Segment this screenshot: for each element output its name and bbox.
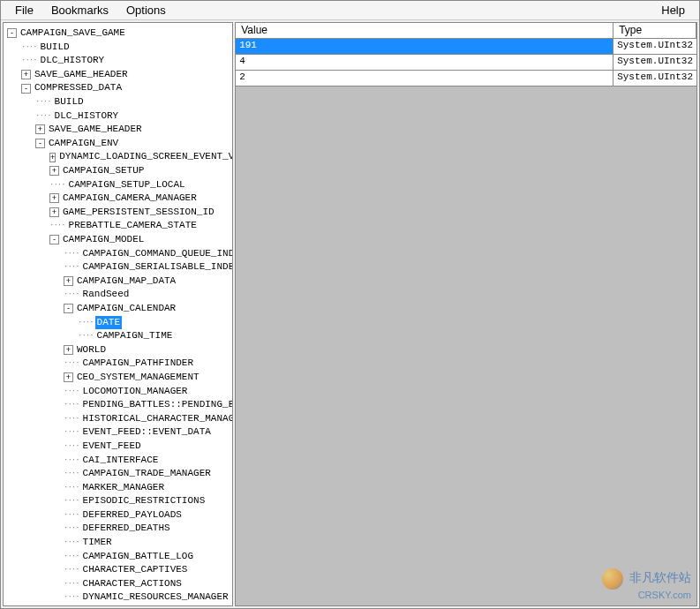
tree-node[interactable]: -COMPRESSED_DATA bbox=[4, 81, 232, 95]
collapse-icon[interactable]: - bbox=[21, 84, 31, 94]
tree-node[interactable]: +CAMPAIGN_MAP_DATA bbox=[4, 274, 232, 289]
tree-node-label[interactable]: CAMPAIGN_SETUP_LOCAL bbox=[67, 178, 187, 192]
tree-node-label[interactable]: MARKER_MANAGER bbox=[81, 481, 166, 494]
tree-node[interactable]: ····DEFERRED_PAYLOADS bbox=[4, 508, 232, 523]
tree-node-label[interactable]: SAVE_GAME_HEADER bbox=[47, 123, 144, 136]
tree-node-label[interactable]: DEFERRED_PAYLOADS bbox=[81, 508, 184, 522]
tree-node[interactable]: ····EVENT_FEED bbox=[4, 440, 232, 454]
expand-icon[interactable]: + bbox=[64, 345, 73, 355]
tree-node[interactable]: ····CAMPAIGN_TIME bbox=[4, 329, 232, 343]
tree-node-label[interactable]: CAMPAIGN_COMMAND_QUEUE_INDU bbox=[81, 247, 234, 260]
tree-node-label[interactable]: CAMPAIGN_SAVE_GAME bbox=[19, 26, 127, 40]
tree-node-label[interactable]: DLC_HISTORY bbox=[39, 54, 107, 67]
collapse-icon[interactable]: - bbox=[49, 235, 59, 244]
expand-icon[interactable]: + bbox=[49, 193, 59, 203]
cell-value[interactable]: 2 bbox=[236, 71, 613, 86]
tree-node[interactable]: ····LOCOMOTION_MANAGER bbox=[4, 384, 232, 398]
tree-node[interactable]: ····DLC_HISTORY bbox=[4, 54, 232, 68]
tree-node-label[interactable]: EVENT_FEED bbox=[81, 440, 143, 453]
tree-node[interactable]: ····CAMPAIGN_TRADE_MANAGER bbox=[4, 467, 232, 481]
expand-icon[interactable]: + bbox=[49, 166, 59, 176]
tree-node-label[interactable]: DYNAMIC_RESOURCES_MANAGER bbox=[81, 590, 230, 604]
tree-node-label[interactable]: CHARACTER_CAPTIVES bbox=[81, 563, 190, 576]
tree-node-label[interactable]: COMPRESSED_DATA bbox=[33, 81, 124, 94]
expand-icon[interactable]: + bbox=[21, 70, 31, 79]
tree-node[interactable]: -CAMPAIGN_CALENDAR bbox=[4, 302, 232, 316]
table-row[interactable]: 191System.UInt32 bbox=[236, 39, 696, 55]
tree-node[interactable]: ····PENDING_BATTLES::PENDING_BA bbox=[4, 398, 232, 412]
tree-node[interactable]: +WORLD bbox=[4, 343, 232, 357]
tree-node-label[interactable]: EPISODIC_RESTRICTIONS bbox=[81, 494, 207, 508]
tree-node[interactable]: +DYNAMIC_LOADING_SCREEN_EVENT_V bbox=[4, 150, 232, 164]
tree-node[interactable]: -CAMPAIGN_ENV bbox=[4, 137, 232, 151]
collapse-icon[interactable]: - bbox=[35, 139, 45, 148]
tree-node[interactable]: ····EVENT_FEED::EVENT_DATA bbox=[4, 425, 232, 440]
expand-icon[interactable]: + bbox=[49, 153, 56, 162]
tree-node-label[interactable]: TIMER bbox=[81, 536, 114, 549]
tree-node-label[interactable]: CAMPAIGN_ENV bbox=[47, 137, 120, 150]
tree-node-label[interactable]: CAMPAIGN_TIME bbox=[95, 329, 175, 342]
tree-node-label[interactable]: PREBATTLE_CAMERA_STATE bbox=[67, 219, 199, 232]
expand-icon[interactable]: + bbox=[64, 276, 73, 286]
tree-node[interactable]: ····BUILD bbox=[4, 41, 232, 55]
tree-node-label[interactable]: CAMPAIGN_BATTLE_LOG bbox=[81, 550, 195, 563]
tree-node-label[interactable]: EVENT_FEED::EVENT_DATA bbox=[81, 425, 213, 439]
column-header-value[interactable]: Value bbox=[236, 23, 613, 38]
tree-panel[interactable]: -CAMPAIGN_SAVE_GAME····BUILD····DLC_HIST… bbox=[3, 22, 233, 606]
tree-node[interactable]: +CAMPAIGN_CAMERA_MANAGER bbox=[4, 192, 232, 206]
tree-node-label[interactable]: GAME_PERSISTENT_SESSION_ID bbox=[61, 206, 216, 219]
tree-node-label[interactable]: DEFERRED_DEATHS bbox=[81, 522, 172, 535]
tree-node[interactable]: ····CAI_INTERFACE bbox=[4, 453, 232, 467]
tree-node[interactable]: ····DLC_HISTORY bbox=[4, 109, 232, 124]
tree-node-label[interactable]: CEO_SYSTEM_MANAGEMENT bbox=[75, 371, 201, 384]
tree-node-label[interactable]: BUILD bbox=[53, 95, 86, 109]
column-header-type[interactable]: Type bbox=[613, 23, 696, 38]
tree-node-label[interactable]: CHARACTER_ACTIONS bbox=[81, 577, 184, 590]
tree-node[interactable]: ····RandSeed bbox=[4, 288, 232, 302]
tree-node[interactable]: ····CHARACTER_CAPTIVES bbox=[4, 563, 232, 577]
tree-node[interactable]: ····CAMPAIGN_SETUP_LOCAL bbox=[4, 178, 232, 192]
menu-help[interactable]: Help bbox=[652, 2, 694, 19]
tree-node-label[interactable]: CAMPAIGN_PATHFINDER bbox=[81, 357, 195, 370]
tree-node[interactable]: +CAMPAIGN_SETUP bbox=[4, 164, 232, 178]
tree-node[interactable]: ····LOADING_SCREEN_SPEECH_FRAGM bbox=[4, 605, 232, 606]
tree-node-label[interactable]: CAMPAIGN_SERIALISABLE_INDEX bbox=[81, 260, 234, 274]
tree-node-label[interactable]: CAMPAIGN_MAP_DATA bbox=[75, 274, 177, 288]
tree-node-label[interactable]: CAI_INTERFACE bbox=[81, 454, 161, 467]
tree-node-label[interactable]: DYNAMIC_LOADING_SCREEN_EVENT_V bbox=[57, 150, 233, 163]
tree-node-label[interactable]: PENDING_BATTLES::PENDING_BA bbox=[81, 398, 234, 411]
tree-node-label[interactable]: HISTORICAL_CHARACTER_MANAGE bbox=[81, 412, 234, 425]
tree-node[interactable]: ····BUILD bbox=[4, 95, 232, 109]
expand-icon[interactable]: + bbox=[49, 207, 59, 217]
tree-node[interactable]: ····EPISODIC_RESTRICTIONS bbox=[4, 494, 232, 508]
tree-node[interactable]: ····PREBATTLE_CAMERA_STATE bbox=[4, 219, 232, 233]
cell-value[interactable]: 4 bbox=[236, 55, 613, 70]
tree-node-label[interactable]: CAMPAIGN_SETUP bbox=[61, 164, 146, 177]
menu-options[interactable]: Options bbox=[117, 2, 175, 19]
tree-node[interactable]: +CEO_SYSTEM_MANAGEMENT bbox=[4, 371, 232, 385]
tree-node-label[interactable]: DLC_HISTORY bbox=[53, 109, 121, 123]
table-row[interactable]: 2System.UInt32 bbox=[236, 71, 696, 86]
tree-node-label[interactable]: LOADING_SCREEN_SPEECH_FRAGM bbox=[81, 605, 234, 606]
tree-node-label[interactable]: SAVE_GAME_HEADER bbox=[33, 68, 130, 81]
menu-bookmarks[interactable]: Bookmarks bbox=[42, 2, 117, 19]
tree-node[interactable]: +SAVE_GAME_HEADER bbox=[4, 68, 232, 82]
cell-value[interactable]: 191 bbox=[236, 39, 613, 54]
tree-node[interactable]: -CAMPAIGN_SAVE_GAME bbox=[4, 26, 232, 41]
tree-node[interactable]: ····CAMPAIGN_COMMAND_QUEUE_INDU bbox=[4, 247, 232, 261]
tree-node[interactable]: ····DYNAMIC_RESOURCES_MANAGER bbox=[4, 590, 232, 605]
tree-node[interactable]: ····TIMER bbox=[4, 536, 232, 550]
tree-node-label[interactable]: WORLD bbox=[75, 343, 108, 357]
tree-node[interactable]: ····CHARACTER_ACTIONS bbox=[4, 577, 232, 591]
menu-file[interactable]: File bbox=[6, 2, 42, 19]
tree-node[interactable]: -CAMPAIGN_MODEL bbox=[4, 233, 232, 247]
tree-node-label[interactable]: CAMPAIGN_TRADE_MANAGER bbox=[81, 467, 213, 480]
tree-node[interactable]: +GAME_PERSISTENT_SESSION_ID bbox=[4, 206, 232, 220]
tree-node[interactable]: ····DATE bbox=[4, 315, 232, 329]
tree-node[interactable]: ····CAMPAIGN_BATTLE_LOG bbox=[4, 550, 232, 564]
tree-node-label[interactable]: BUILD bbox=[39, 41, 72, 54]
tree-node-label[interactable]: CAMPAIGN_CAMERA_MANAGER bbox=[61, 192, 199, 205]
tree-node-label[interactable]: LOCOMOTION_MANAGER bbox=[81, 385, 190, 398]
tree-node[interactable]: ····MARKER_MANAGER bbox=[4, 481, 232, 495]
collapse-icon[interactable]: - bbox=[64, 304, 73, 313]
